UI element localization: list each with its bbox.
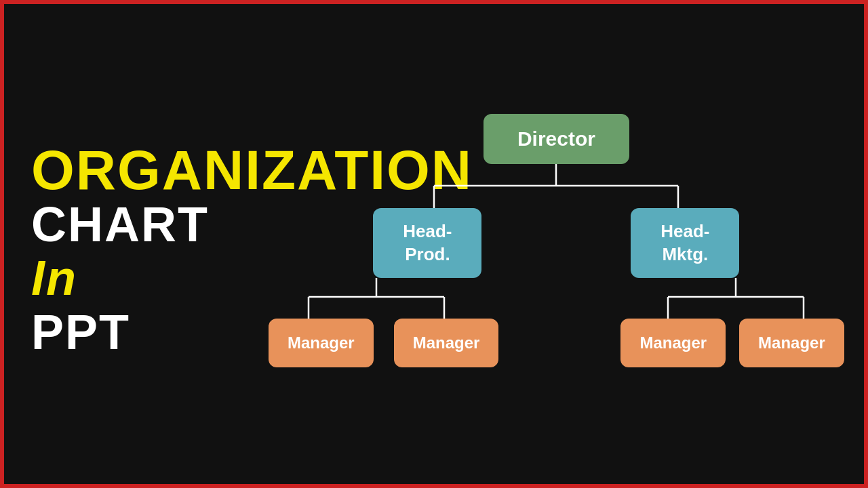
title-area: ORGANIZATION CHART In PPT [4,4,262,484]
director-to-heads-lines [366,164,746,208]
level1-row: Director [269,114,844,164]
title-chart: CHART [31,198,262,251]
chart-area: Director Head-Prod. Head-Mktg. [262,4,865,484]
heads-to-managers-lines [271,278,841,319]
org-chart: Director Head-Prod. Head-Mktg. [269,114,844,368]
slide-container: ORGANIZATION CHART In PPT Director [0,0,868,488]
manager-node-4: Manager [739,319,844,367]
title-ppt: PPT [31,306,262,359]
title-organization: ORGANIZATION [31,142,262,198]
manager-node-3: Manager [620,319,726,367]
level3-row: Manager Manager Manager Manager [269,319,844,367]
manager-node-1: Manager [269,319,374,367]
title-in: In [31,251,262,305]
head-mktg-node: Head-Mktg. [631,208,739,279]
director-node: Director [484,114,629,164]
manager-node-2: Manager [394,319,499,367]
level2-row: Head-Prod. Head-Mktg. [269,208,844,279]
head-prod-node: Head-Prod. [373,208,481,279]
